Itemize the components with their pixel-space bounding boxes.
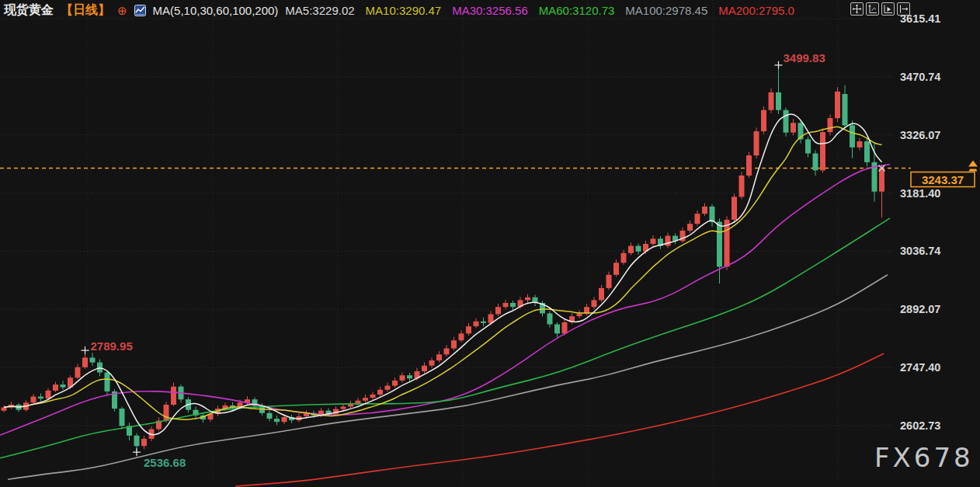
candle-body xyxy=(407,375,412,378)
candle-body xyxy=(599,288,604,301)
axis-tick-label: 2747.40 xyxy=(900,361,940,374)
candle-body xyxy=(75,367,81,378)
candle-body xyxy=(503,303,509,307)
candle-body xyxy=(385,386,391,390)
candle xyxy=(120,407,125,430)
candle-body xyxy=(835,92,840,118)
candle-body xyxy=(164,405,169,421)
candle-body xyxy=(805,139,811,153)
candle-body xyxy=(510,303,516,307)
candle-body xyxy=(377,390,383,395)
candle-body xyxy=(422,366,427,371)
candle-body xyxy=(141,439,147,446)
swing-low-label-text: 2536.68 xyxy=(144,456,186,469)
candle xyxy=(112,389,117,412)
candle-body xyxy=(695,214,700,224)
candlestick-chart[interactable]: FX6783499.832789.952536.683615.413470.74… xyxy=(0,0,980,487)
candle-body xyxy=(120,409,125,426)
candle-body xyxy=(843,94,848,125)
candle-body xyxy=(525,297,530,301)
candle-body xyxy=(621,253,627,263)
ma-legend: MA5:3229.02MA10:3290.47MA30:3256.56MA60:… xyxy=(285,4,794,17)
chart-background xyxy=(0,0,980,487)
chart-header: 现货黄金 【日线】 ⊕ MA(5,10,30,60,100,200) MA5:3… xyxy=(0,0,980,20)
candle xyxy=(820,129,825,173)
candle-body xyxy=(547,314,553,325)
candle-body xyxy=(459,333,464,340)
axis-tick-label: 2602.73 xyxy=(900,419,940,432)
candle-body xyxy=(791,123,796,132)
candle-body xyxy=(828,118,833,132)
candle-body xyxy=(651,238,656,244)
candle-body xyxy=(754,131,759,155)
axis-tick-label: 3036.74 xyxy=(900,245,940,257)
left-peak-label-text: 2789.95 xyxy=(91,339,133,353)
candle xyxy=(761,106,766,134)
candle-body xyxy=(732,197,737,220)
candle-body xyxy=(429,360,435,366)
candle xyxy=(784,108,789,137)
axis-tick-label: 3470.74 xyxy=(900,71,940,83)
candle-body xyxy=(857,141,863,148)
candle-body xyxy=(400,375,405,381)
candle-body xyxy=(784,110,789,133)
candle-body xyxy=(436,354,442,360)
candle-body xyxy=(392,381,398,386)
last-price-tag: 3243.37 xyxy=(911,172,975,187)
candle-body xyxy=(274,419,280,422)
candle-body xyxy=(665,236,671,246)
ma-legend-item: MA100:2978.45 xyxy=(625,4,707,17)
candle-body xyxy=(725,220,730,267)
candle-body xyxy=(444,349,450,355)
candle-body xyxy=(495,307,501,314)
candle-body xyxy=(356,401,361,404)
candle xyxy=(739,172,745,199)
candle-body xyxy=(717,222,722,267)
axis-tick-label: 3326.07 xyxy=(900,129,940,141)
candle-body xyxy=(577,314,582,317)
candle-body xyxy=(769,92,774,110)
timeframe-label: 【日线】 xyxy=(61,2,110,19)
candle-body xyxy=(776,92,781,110)
candle-body xyxy=(363,398,368,401)
candle-body xyxy=(46,391,51,398)
candle-body xyxy=(710,207,715,222)
candle-body xyxy=(613,263,619,275)
candle-body xyxy=(820,132,825,170)
candle-body xyxy=(687,224,693,231)
candle xyxy=(746,152,752,179)
watermark: FX678 xyxy=(874,442,974,473)
candle-body xyxy=(282,417,287,422)
ma-legend-item: MA10:3290.47 xyxy=(366,4,442,17)
candle-body xyxy=(370,395,376,398)
candle-body xyxy=(606,275,612,288)
candle xyxy=(864,138,870,166)
candle-body xyxy=(466,326,471,333)
add-indicator-icon[interactable]: ⊕ xyxy=(117,5,127,16)
candle xyxy=(754,127,759,158)
candle-body xyxy=(879,169,884,192)
chart-type-icon[interactable] xyxy=(134,5,146,16)
candle-body xyxy=(739,176,745,197)
axis-tick-label: 2892.07 xyxy=(900,303,940,315)
candle-body xyxy=(592,300,597,307)
candle-body xyxy=(82,357,88,367)
candle-body xyxy=(474,322,479,326)
candle-body xyxy=(554,325,560,334)
last-price-tag-text: 3243.37 xyxy=(922,173,964,186)
candle-body xyxy=(267,413,273,419)
ma-legend-item: MA30:3256.56 xyxy=(452,4,528,17)
instrument-title: 现货黄金 xyxy=(4,2,54,19)
ma-group-label: MA(5,10,30,60,100,200) xyxy=(153,4,279,17)
candle-body xyxy=(134,436,140,447)
candle-body xyxy=(864,141,870,162)
candle-body xyxy=(31,397,36,403)
candle-body xyxy=(105,373,110,391)
candle-body xyxy=(628,246,634,253)
ma-legend-item: MA5:3229.02 xyxy=(285,4,354,17)
candle xyxy=(835,87,840,122)
candle-body xyxy=(90,357,96,362)
candle-body xyxy=(53,384,58,391)
candle-body xyxy=(761,110,766,131)
candle-body xyxy=(451,340,457,348)
